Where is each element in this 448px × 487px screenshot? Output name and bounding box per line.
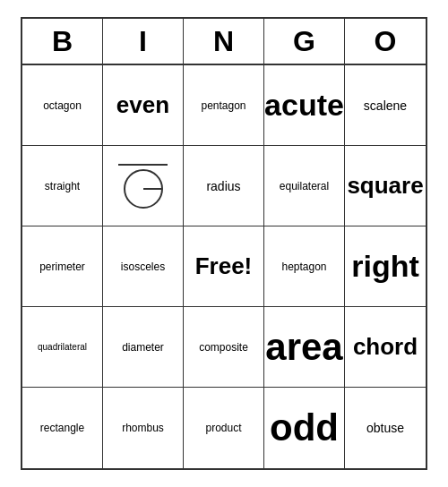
header-letter: I xyxy=(103,19,184,64)
header-letter: B xyxy=(22,19,103,64)
cell-text: quadrilateral xyxy=(38,342,87,352)
header-letter: G xyxy=(264,19,345,64)
bingo-cell-r5c4: odd xyxy=(264,388,345,468)
bingo-cell-r2c5: square xyxy=(345,146,426,226)
bingo-cell-r4c4: area xyxy=(264,307,345,388)
bingo-header: BINGO xyxy=(22,19,426,65)
cell-text: perimeter xyxy=(39,261,85,273)
bingo-cell-r3c1: perimeter xyxy=(22,226,103,307)
bingo-cell-r5c5: obtuse xyxy=(345,388,426,468)
cell-text: radius xyxy=(206,179,240,193)
bingo-cell-r2c4: equilateral xyxy=(264,146,345,226)
cell-text: acute xyxy=(264,88,344,123)
cell-text: heptagon xyxy=(281,261,326,273)
header-letter: N xyxy=(184,19,264,64)
bingo-card: BINGO octagonevenpentagonacutescalenestr… xyxy=(21,17,427,470)
bingo-cell-r4c3: composite xyxy=(184,307,264,388)
cell-text: octagon xyxy=(43,99,82,112)
bingo-cell-r4c2: diameter xyxy=(103,307,184,388)
bingo-cell-r5c1: rectangle xyxy=(22,388,103,468)
bingo-cell-r1c2: even xyxy=(103,65,184,146)
radius-circle xyxy=(124,169,163,209)
cell-text: area xyxy=(265,326,342,369)
bingo-cell-r2c1: straight xyxy=(22,146,103,226)
bingo-cell-r3c2: isosceles xyxy=(103,226,184,307)
bingo-cell-r3c5: right xyxy=(345,226,426,307)
cell-text: odd xyxy=(270,406,339,449)
bingo-cell-r5c3: product xyxy=(184,388,264,468)
cell-text: rhombus xyxy=(122,422,164,434)
bingo-cell-r5c2: rhombus xyxy=(103,388,184,468)
bingo-cell-r3c3: Free! xyxy=(184,226,264,307)
cell-text: pentagon xyxy=(201,99,246,112)
bingo-cell-r1c4: acute xyxy=(264,65,345,146)
cell-text: Free! xyxy=(195,252,253,280)
cell-text: diameter xyxy=(122,341,164,354)
bingo-cell-r1c1: octagon xyxy=(22,65,103,146)
bingo-cell-r3c4: heptagon xyxy=(264,226,345,307)
cell-text: rectangle xyxy=(40,422,84,434)
bingo-cell-r2c3: radius xyxy=(184,146,264,226)
cell-text: square xyxy=(347,172,423,200)
cell-text: scalene xyxy=(364,98,407,113)
radius-drawing xyxy=(118,164,168,209)
cell-text: straight xyxy=(45,180,80,192)
straight-line xyxy=(118,164,168,166)
cell-text: composite xyxy=(199,341,248,354)
cell-text: chord xyxy=(353,333,418,361)
cell-text: isosceles xyxy=(121,261,165,273)
bingo-cell-r4c1: quadrilateral xyxy=(22,307,103,388)
cell-text: obtuse xyxy=(366,421,404,435)
cell-text: even xyxy=(116,91,169,119)
cell-text: equilateral xyxy=(280,180,329,192)
bingo-cell-r2c2 xyxy=(103,146,184,226)
bingo-cell-r1c3: pentagon xyxy=(184,65,264,146)
bingo-grid: octagonevenpentagonacutescalenestraightr… xyxy=(22,65,426,468)
header-letter: O xyxy=(345,19,426,64)
cell-text: right xyxy=(351,249,419,284)
bingo-cell-r1c5: scalene xyxy=(345,65,426,146)
bingo-cell-r4c5: chord xyxy=(345,307,426,388)
cell-text: product xyxy=(205,422,241,434)
